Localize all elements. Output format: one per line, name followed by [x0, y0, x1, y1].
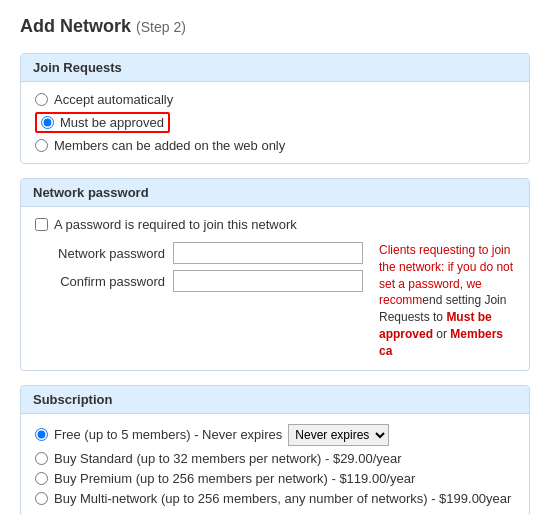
- password-required-checkbox-label[interactable]: A password is required to join this netw…: [35, 217, 515, 232]
- radio-members-web-label: Members can be added on the web only: [54, 138, 285, 153]
- subscription-body: Free (up to 5 members) - Never expires N…: [21, 414, 529, 515]
- sub-multi-label: Buy Multi-network (up to 256 members, an…: [54, 491, 511, 506]
- radio-must-approve-label: Must be approved: [60, 115, 164, 130]
- sub-free-dropdown[interactable]: Never expires 1 year 2 years: [288, 424, 389, 446]
- sub-free[interactable]: Free (up to 5 members) - Never expires N…: [35, 424, 515, 446]
- radio-members-web-input[interactable]: [35, 139, 48, 152]
- must-approve-highlight: Must be approved: [35, 112, 170, 133]
- sub-standard-label: Buy Standard (up to 32 members per netwo…: [54, 451, 402, 466]
- radio-must-approve[interactable]: Must be approved: [35, 112, 515, 133]
- sub-multi-input[interactable]: [35, 492, 48, 505]
- subscription-options: Free (up to 5 members) - Never expires N…: [35, 424, 515, 506]
- sub-standard[interactable]: Buy Standard (up to 32 members per netwo…: [35, 451, 515, 466]
- network-password-row: Network password: [35, 242, 363, 264]
- page-title: Add Network (Step 2): [20, 16, 530, 37]
- network-password-label: Network password: [35, 246, 165, 261]
- password-required-checkbox[interactable]: [35, 218, 48, 231]
- confirm-password-input[interactable]: [173, 270, 363, 292]
- radio-members-web[interactable]: Members can be added on the web only: [35, 138, 515, 153]
- confirm-password-row: Confirm password: [35, 270, 363, 292]
- network-password-section: Network password A password is required …: [20, 178, 530, 371]
- sub-standard-input[interactable]: [35, 452, 48, 465]
- sub-premium[interactable]: Buy Premium (up to 256 members per netwo…: [35, 471, 515, 486]
- network-password-body: A password is required to join this netw…: [21, 207, 529, 370]
- sub-premium-input[interactable]: [35, 472, 48, 485]
- network-password-header: Network password: [21, 179, 529, 207]
- password-side-note: Clients requesting to join the network: …: [379, 242, 515, 360]
- join-requests-section: Join Requests Accept automatically Must …: [20, 53, 530, 164]
- radio-accept-auto-label: Accept automatically: [54, 92, 173, 107]
- sub-premium-label: Buy Premium (up to 256 members per netwo…: [54, 471, 415, 486]
- password-required-label: A password is required to join this netw…: [54, 217, 297, 232]
- sub-multi[interactable]: Buy Multi-network (up to 256 members, an…: [35, 491, 515, 506]
- confirm-password-label: Confirm password: [35, 274, 165, 289]
- radio-accept-auto-input[interactable]: [35, 93, 48, 106]
- password-fields-container: Network password Confirm password Client…: [35, 242, 515, 360]
- join-requests-header: Join Requests: [21, 54, 529, 82]
- sub-free-label: Free (up to 5 members) - Never expires: [54, 427, 282, 442]
- sub-free-input[interactable]: [35, 428, 48, 441]
- join-requests-body: Accept automatically Must be approved Me…: [21, 82, 529, 163]
- radio-accept-auto[interactable]: Accept automatically: [35, 92, 515, 107]
- join-requests-radio-group: Accept automatically Must be approved Me…: [35, 92, 515, 153]
- subscription-header: Subscription: [21, 386, 529, 414]
- network-password-input[interactable]: [173, 242, 363, 264]
- subscription-section: Subscription Free (up to 5 members) - Ne…: [20, 385, 530, 515]
- radio-must-approve-input[interactable]: [41, 116, 54, 129]
- password-form-fields: Network password Confirm password: [35, 242, 363, 360]
